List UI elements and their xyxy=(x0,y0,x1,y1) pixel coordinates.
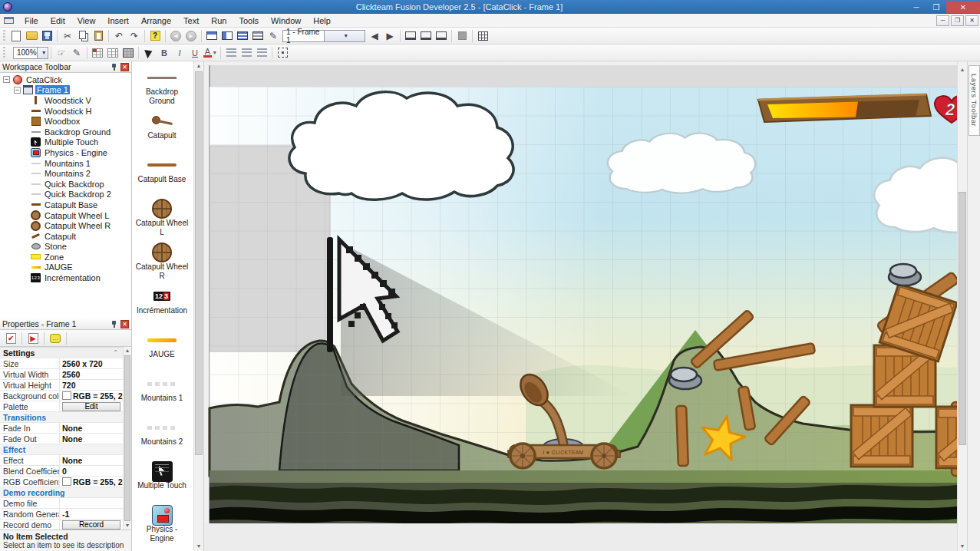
property-row-palette[interactable]: PaletteEdit xyxy=(0,401,123,412)
tree-item-mountains-2[interactable]: Mountains 2 xyxy=(0,168,131,179)
menu-file[interactable]: File xyxy=(18,15,45,27)
library-item-multiple-touch[interactable]: Multiple Touch xyxy=(132,458,192,502)
collapse-icon[interactable] xyxy=(14,87,21,94)
library-item-backdrop-ground[interactable]: Backdrop Ground xyxy=(132,64,192,108)
library-item-incrementation[interactable]: Incrémentation xyxy=(132,283,192,327)
italic-button[interactable]: I xyxy=(172,45,187,61)
property-row-virtual-width[interactable]: Virtual Width2560 xyxy=(0,369,123,380)
tree-item-quick-backdrop-2[interactable]: Quick Backdrop 2 xyxy=(0,190,131,200)
close-icon[interactable]: ✕ xyxy=(120,63,129,71)
cloud-outlined-object[interactable] xyxy=(289,92,513,200)
grid-setup-button[interactable] xyxy=(120,45,136,61)
scroll-up-icon[interactable]: ▲ xyxy=(124,347,131,355)
storyboard-editor-button[interactable] xyxy=(204,28,219,44)
cut-button[interactable]: ✂ xyxy=(60,28,75,44)
show-grid-button[interactable] xyxy=(105,45,120,61)
toolbar-grip[interactable] xyxy=(3,30,5,42)
library-item-catapult[interactable]: Catapult xyxy=(132,108,192,152)
tree-item-catapult-wheel-l[interactable]: Catapult Wheel L xyxy=(0,210,131,221)
property-row-rgb-coefficient[interactable]: RGB CoefficientRGB = 255, 255, xyxy=(0,477,123,487)
run-application-button[interactable] xyxy=(403,28,418,44)
open-button[interactable] xyxy=(24,28,39,44)
color-swatch[interactable] xyxy=(62,477,71,486)
menu-view[interactable]: View xyxy=(71,15,102,27)
property-row-demo-file[interactable]: Demo file xyxy=(0,498,123,509)
grid-options-button[interactable] xyxy=(475,28,490,44)
menu-run[interactable]: Run xyxy=(205,15,233,27)
library-scrollbar[interactable]: ▲ ▼ xyxy=(193,61,203,551)
layers-toolbar-tab[interactable]: Layers Toolbar xyxy=(968,65,980,136)
tree-item-incrementation[interactable]: Incrémentation xyxy=(0,272,131,283)
menu-insert[interactable]: Insert xyxy=(101,15,135,27)
library-item-physics-engine[interactable]: Physics - Engine xyxy=(132,502,192,546)
woodstick-object[interactable] xyxy=(676,406,688,466)
stop-button[interactable] xyxy=(454,28,470,44)
crate-object[interactable] xyxy=(936,407,957,468)
tree-item-jauge[interactable]: JAUGE xyxy=(0,262,131,273)
tree-item-backdrop-ground[interactable]: Backdrop Ground xyxy=(0,127,131,137)
crate-object[interactable] xyxy=(851,405,912,467)
draw-tool-button[interactable]: ✎ xyxy=(69,45,84,61)
edit-palette-button[interactable]: Edit xyxy=(62,402,120,411)
property-row-blend-coefficient[interactable]: Blend Coefficient0 xyxy=(0,466,123,477)
scrollbar-thumb[interactable] xyxy=(959,192,966,445)
property-row-fade-in[interactable]: Fade InNone xyxy=(0,423,123,434)
tree-item-catapult-wheel-r[interactable]: Catapult Wheel R xyxy=(0,220,131,231)
library-item-mountains-2[interactable]: Mountains 2 xyxy=(132,414,192,458)
property-row-effect[interactable]: EffectNone xyxy=(0,455,123,466)
property-row-random-generator[interactable]: Random Generato-1 xyxy=(0,509,123,520)
scrollbar-thumb[interactable] xyxy=(124,355,130,521)
tree-item-mountains-1[interactable]: Mountains 1 xyxy=(0,158,131,169)
mdi-close-button[interactable]: ✕ xyxy=(965,15,978,26)
new-object-button[interactable]: ✎ xyxy=(266,28,281,44)
close-button[interactable]: ✕ xyxy=(946,1,980,13)
zoom-region-button[interactable] xyxy=(275,45,290,61)
scroll-down-icon[interactable]: ▼ xyxy=(958,542,967,551)
tree-item-frame-1[interactable]: Frame 1 xyxy=(0,85,131,96)
cloud-soft-object[interactable] xyxy=(608,134,755,193)
tree-item-multiple-touch[interactable]: Multiple Touch xyxy=(0,137,131,148)
save-button[interactable] xyxy=(39,28,54,44)
align-center-button[interactable] xyxy=(239,45,254,61)
maximize-button[interactable]: ❐ xyxy=(926,1,946,13)
tree-item-woodbox[interactable]: Woodbox xyxy=(0,116,131,127)
library-item-jauge[interactable]: JAUGE xyxy=(132,327,192,371)
property-row-virtual-height[interactable]: Virtual Height720 xyxy=(0,380,123,391)
mdi-minimize-button[interactable]: ─ xyxy=(936,15,949,26)
color-swatch[interactable] xyxy=(62,391,71,400)
library-item-mountains-1[interactable]: Mountains 1 xyxy=(132,371,192,414)
scrollbar-thumb[interactable] xyxy=(195,71,203,455)
chevron-down-icon[interactable]: ▼ xyxy=(324,31,365,41)
tab-about[interactable]: … xyxy=(48,332,63,345)
tree-item-quick-backdrop[interactable]: Quick Backdrop xyxy=(0,179,131,190)
text-color-button[interactable]: A▼ xyxy=(203,45,218,61)
event-editor-button[interactable] xyxy=(235,28,250,44)
frame-editor-button[interactable] xyxy=(219,28,235,44)
scroll-down-icon[interactable]: ▼ xyxy=(194,542,203,551)
catapult-wheel-left-object[interactable] xyxy=(510,444,535,468)
scroll-up-icon[interactable]: ▲ xyxy=(958,65,967,74)
property-row-record-demo[interactable]: Record demoRecord xyxy=(0,520,123,530)
menu-edit[interactable]: Edit xyxy=(45,15,71,27)
section-header[interactable]: Settings⌃ xyxy=(0,348,123,358)
toolbar-grip[interactable] xyxy=(3,47,5,59)
underline-button[interactable]: U xyxy=(187,45,203,61)
menu-window[interactable]: Window xyxy=(265,15,307,27)
library-item-catapult-wheel-r[interactable]: Catapult Wheel R xyxy=(132,239,192,283)
library-item-catapult-base[interactable]: Catapult Base xyxy=(132,152,192,196)
run-project-button[interactable] xyxy=(434,28,449,44)
chevron-down-icon[interactable]: ▼ xyxy=(37,48,48,58)
record-button[interactable]: Record xyxy=(62,520,120,530)
menu-help[interactable]: Help xyxy=(307,15,337,27)
tree-item-physics-engine[interactable]: Physics - Engine xyxy=(0,147,131,158)
bold-button[interactable]: B xyxy=(157,45,172,61)
tree-item-stone[interactable]: Stone xyxy=(0,242,131,252)
minimize-button[interactable]: ─ xyxy=(906,1,926,13)
tree-item-zone[interactable]: Zone xyxy=(0,252,131,262)
new-button[interactable] xyxy=(8,28,24,44)
scroll-up-icon[interactable]: ▲ xyxy=(194,61,203,71)
catapult-wheel-right-object[interactable] xyxy=(592,444,616,468)
frame-selector[interactable]: 1 - Frame 1 ▼ xyxy=(282,30,365,42)
property-row-background-color[interactable]: Background colorRGB = 255, 255, xyxy=(0,391,123,401)
zoom-selector[interactable]: 100% ▼ xyxy=(13,47,48,59)
